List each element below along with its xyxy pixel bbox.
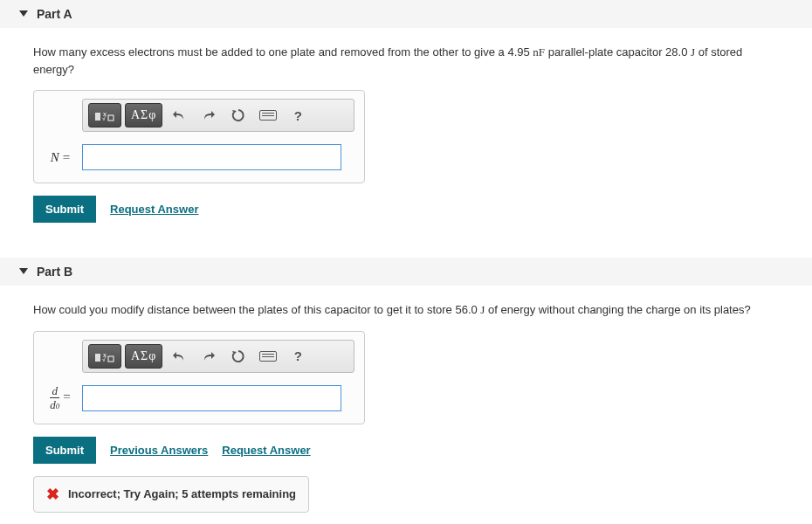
part-b-actions: Submit Previous Answers Request Answer [33,437,779,464]
part-b-answer-panel: x √ ΑΣφ ? [33,331,365,424]
incorrect-icon: ✖ [46,485,59,504]
question-text-segment: How could you modify distance between th… [33,303,480,316]
reset-icon [231,108,245,122]
part-a-answer-row: N= [42,144,356,170]
question-text-segment: How many excess electrons must be added … [33,45,533,59]
part-a-title: Part A [37,7,72,21]
fraction-denominator: d0 [50,398,59,410]
part-a-header[interactable]: Part A [0,0,812,28]
reset-button[interactable] [225,103,251,128]
keyboard-icon [259,351,277,362]
undo-icon [172,108,186,122]
part-a-body: How many excess electrons must be added … [0,44,812,240]
svg-text:√: √ [102,115,106,121]
equals-sign: = [63,390,70,403]
fraction-numerator: d [50,385,59,398]
part-a-question: How many excess electrons must be added … [33,44,779,78]
reset-icon [231,349,245,363]
greek-button[interactable]: ΑΣφ [125,344,162,369]
undo-icon [172,349,186,363]
help-button[interactable]: ? [285,344,311,369]
templates-button[interactable]: x √ [88,344,121,369]
reset-button[interactable] [225,344,251,369]
part-b-question: How could you modify distance between th… [33,301,779,319]
answer-variable-label: N= [42,150,82,165]
part-b-answer-row: d d0 = [42,385,356,411]
equation-toolbar: x √ ΑΣφ ? [82,99,354,132]
redo-icon [202,349,216,363]
part-a-actions: Submit Request Answer [33,196,779,223]
svg-rect-0 [95,113,100,121]
feedback-box: ✖ Incorrect; Try Again; 5 attempts remai… [33,476,309,513]
request-answer-link[interactable]: Request Answer [222,444,310,457]
template-icon: x √ [94,108,115,122]
answer-variable-label: d d0 = [42,385,82,410]
unit-nf: nF [533,45,545,59]
equation-toolbar: x √ ΑΣφ ? [82,340,354,373]
part-a-answer-panel: x √ ΑΣφ ? [33,90,365,183]
keyboard-button[interactable] [255,344,281,369]
svg-text:√: √ [102,356,106,362]
variable-n: N [51,150,59,164]
keyboard-button[interactable] [255,103,281,128]
template-icon: x √ [94,349,115,363]
help-button[interactable]: ? [285,103,311,128]
fraction-d-over-d0: d d0 [50,385,59,410]
part-a-section: Part A How many excess electrons must be… [0,0,812,240]
greek-button[interactable]: ΑΣφ [125,103,162,128]
part-b-section: Part B How could you modify distance bet… [0,258,812,518]
question-text-segment: parallel-plate capacitor 28.0 [545,45,691,59]
caret-down-icon [19,10,28,17]
part-a-answer-input[interactable] [82,144,341,170]
part-b-answer-input[interactable] [82,385,341,411]
svg-rect-7 [108,356,114,362]
undo-button[interactable] [166,103,192,128]
svg-rect-3 [108,115,114,121]
denominator-subscript: 0 [56,402,60,410]
feedback-text: Incorrect; Try Again; 5 attempts remaini… [68,487,296,500]
caret-down-icon [19,268,28,274]
templates-button[interactable]: x √ [88,103,121,128]
previous-answers-link[interactable]: Previous Answers [110,444,208,457]
keyboard-icon [259,110,277,121]
request-answer-link[interactable]: Request Answer [110,203,198,216]
svg-rect-4 [95,354,100,362]
part-b-body: How could you modify distance between th… [0,301,812,518]
part-b-title: Part B [37,265,72,279]
question-text-segment: of energy without changing the charge on… [485,303,750,316]
submit-button[interactable]: Submit [33,196,96,223]
part-b-header[interactable]: Part B [0,258,812,286]
submit-button[interactable]: Submit [33,437,96,464]
undo-button[interactable] [166,344,192,369]
equals-sign: = [63,150,70,164]
redo-button[interactable] [196,103,222,128]
redo-button[interactable] [196,344,222,369]
redo-icon [202,108,216,122]
